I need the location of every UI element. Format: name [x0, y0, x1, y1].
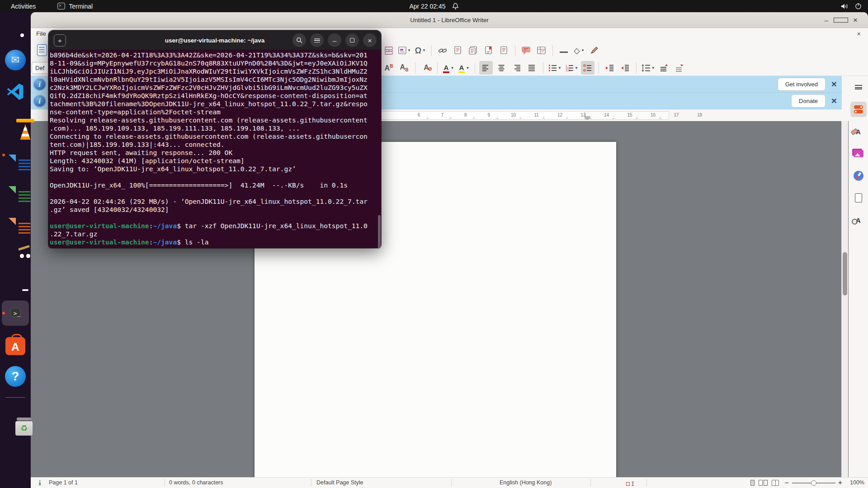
donate-button[interactable]: Donate	[791, 94, 826, 108]
dock-item-gimp[interactable]	[2, 237, 29, 263]
font-color-button[interactable]: A▼	[442, 61, 455, 75]
vertical-scrollbar[interactable]	[841, 121, 848, 477]
zoom-level[interactable]: 100%	[850, 479, 864, 486]
align-justify-button[interactable]	[525, 61, 539, 75]
tab-stop-marker[interactable]: ⊥	[612, 116, 615, 120]
dock-item-libreoffice-calc[interactable]	[2, 174, 29, 199]
comment-button[interactable]	[519, 44, 533, 57]
sidebar-styles-icon[interactable]: A	[850, 124, 867, 139]
search-button[interactable]	[292, 33, 306, 47]
restore-button[interactable]	[834, 16, 848, 24]
align-left-button[interactable]	[479, 61, 493, 75]
terminal-minimize-button[interactable]: –	[328, 33, 341, 47]
status-language[interactable]: English (Hong Kong)	[500, 479, 552, 486]
page-break-button[interactable]	[382, 44, 396, 57]
terminal-maximize-button[interactable]	[345, 33, 359, 47]
dock-item-help[interactable]: ?	[2, 364, 29, 389]
horizontal-line-button[interactable]	[557, 44, 571, 57]
dock-item-show-applications[interactable]	[2, 456, 29, 482]
activities-button[interactable]: Activities	[9, 3, 38, 10]
notification-bell-icon[interactable]	[452, 3, 459, 10]
zoom-in-icon[interactable]: +	[838, 479, 842, 486]
power-icon[interactable]	[855, 3, 862, 9]
highlight-color-button[interactable]: A▼	[457, 61, 471, 75]
tab-stop-marker[interactable]: ⊥	[449, 116, 453, 120]
close-button[interactable]: ×	[848, 16, 863, 25]
focused-app-menu[interactable]: > Terminal	[57, 3, 93, 10]
scrollbar-thumb[interactable]	[843, 252, 847, 296]
dock-item-chrome[interactable]	[2, 16, 29, 41]
sidebar-page-icon[interactable]	[850, 190, 867, 206]
infobar-close-icon[interactable]: ×	[828, 94, 840, 108]
dock-item-files[interactable]	[2, 269, 29, 294]
tab-stop-marker[interactable]: ⊥	[472, 116, 476, 120]
increase-paragraph-spacing-button[interactable]	[658, 61, 671, 75]
terminal-close-button[interactable]: ×	[363, 33, 377, 47]
clear-formatting-button[interactable]: A⊘	[420, 61, 433, 75]
dropdown-arrow-icon[interactable]: ▼	[422, 48, 426, 52]
zoom-slider-knob[interactable]	[811, 480, 816, 486]
minimize-button[interactable]: –	[819, 16, 834, 24]
ordered-list-button[interactable]: IIIIII▼	[564, 61, 579, 75]
tab-stop-marker[interactable]: ⊥	[636, 116, 639, 120]
sidebar-navigator-icon[interactable]	[850, 168, 867, 183]
clock[interactable]: Apr 22 02:45	[409, 3, 445, 10]
tab-stop-marker[interactable]: ⊥	[542, 116, 546, 120]
sidebar-style-inspector-icon[interactable]: A	[850, 212, 867, 228]
dock-item-libreoffice-impress[interactable]	[2, 206, 29, 231]
freeform-line-button[interactable]	[588, 44, 601, 57]
dropdown-arrow-icon[interactable]: ▼	[558, 66, 561, 70]
cross-reference-button[interactable]	[497, 44, 511, 57]
zoom-slider[interactable]	[792, 483, 835, 483]
hyperlink-button[interactable]	[436, 44, 449, 57]
no-list-button[interactable]	[581, 61, 594, 75]
dock-item-thunderbird[interactable]: ✉	[2, 47, 29, 73]
terminal-scrollbar-thumb[interactable]	[378, 215, 381, 248]
footnote-button[interactable]	[451, 44, 465, 57]
volume-icon[interactable]	[841, 3, 849, 9]
tab-stop-marker[interactable]: ⊥	[496, 116, 499, 120]
dock-item-vscode[interactable]	[2, 79, 29, 104]
dropdown-arrow-icon[interactable]: ▼	[466, 66, 469, 70]
sidebar-gallery-icon[interactable]	[850, 146, 867, 161]
tab-stop-marker[interactable]: ⊥	[519, 116, 522, 120]
decrease-indent-button[interactable]	[618, 61, 632, 75]
insert-field-button[interactable]: ▼	[397, 44, 412, 57]
sidebar-properties-icon[interactable]	[850, 102, 867, 117]
dropdown-arrow-icon[interactable]: ▼	[407, 48, 411, 52]
save-status-icon[interactable]: ⭳	[37, 479, 43, 486]
document-close-icon[interactable]: ×	[857, 30, 861, 38]
dock-item-vlc[interactable]	[2, 111, 29, 136]
decrease-paragraph-spacing-button[interactable]	[673, 61, 687, 75]
terminal-output[interactable]: b896b4de&skt=2026-04-21T18%3A33%3A42Z&sk…	[48, 50, 381, 248]
single-page-view-icon[interactable]	[750, 480, 755, 486]
bookmark-button[interactable]	[482, 44, 495, 57]
line-spacing-button[interactable]: ▼	[641, 61, 656, 75]
superscript-button[interactable]: AB	[382, 61, 396, 75]
writer-titlebar[interactable]: Untitled 1 - LibreOffice Writer – ×	[31, 12, 868, 28]
dropdown-arrow-icon[interactable]: ▼	[651, 66, 655, 70]
menu-button[interactable]	[310, 33, 324, 47]
dropdown-arrow-icon[interactable]: ▼	[575, 66, 578, 70]
dropdown-arrow-icon[interactable]: ▼	[450, 66, 454, 70]
paragraph-style-dropdown[interactable]: Def	[32, 62, 48, 74]
tab-stop-marker[interactable]: ⊥	[566, 116, 569, 120]
unordered-list-button[interactable]: ▼	[547, 61, 562, 75]
terminal-titlebar[interactable]: + user@user-virtual-machine: ~/java – ×	[48, 30, 381, 50]
dock-item-terminal[interactable]: >_	[2, 300, 29, 326]
get-involved-button[interactable]: Get involved	[778, 78, 826, 91]
align-center-button[interactable]	[495, 61, 508, 75]
tab-stop-marker[interactable]: ⊥	[426, 116, 429, 120]
status-word-count[interactable]: 0 words, 0 characters	[169, 479, 223, 486]
dropdown-arrow-icon[interactable]: ▼	[581, 48, 585, 52]
new-document-icon[interactable]	[37, 44, 47, 56]
dock-item-libreoffice-writer[interactable]	[2, 142, 29, 168]
increase-indent-button[interactable]	[603, 61, 617, 75]
zoom-out-icon[interactable]: –	[785, 479, 788, 486]
multi-page-view-icon[interactable]	[759, 480, 763, 486]
book-view-icon[interactable]	[772, 480, 779, 486]
subscript-button[interactable]: AB	[397, 61, 411, 75]
sidebar-sidebar-settings-icon[interactable]	[850, 80, 867, 95]
align-right-button[interactable]	[510, 61, 524, 75]
track-changes-button[interactable]	[535, 44, 548, 57]
